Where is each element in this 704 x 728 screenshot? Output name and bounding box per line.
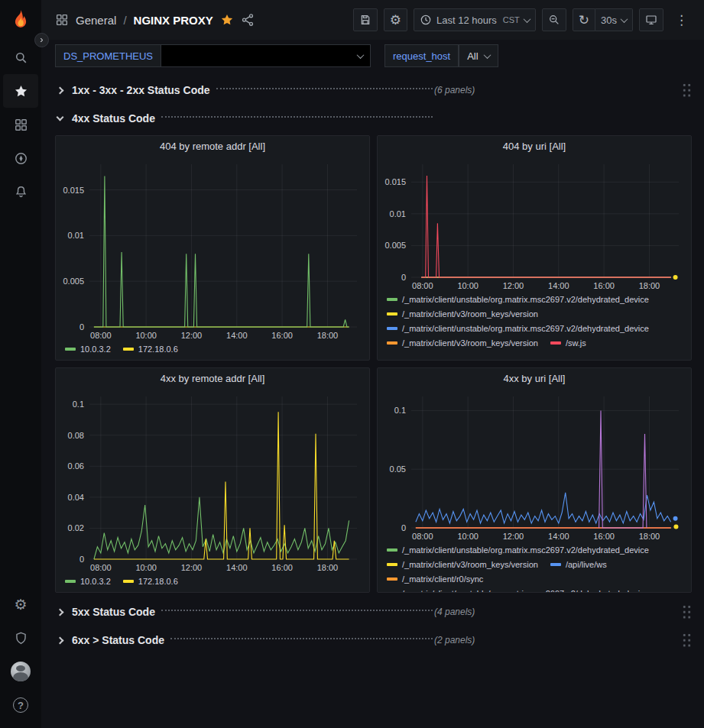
- svg-text:0.005: 0.005: [63, 277, 84, 286]
- svg-text:0.1: 0.1: [394, 406, 406, 415]
- tv-mode-button[interactable]: [639, 8, 663, 31]
- panel-title[interactable]: 4xx by uri [All]: [378, 368, 691, 390]
- legend-item[interactable]: 10.0.3.2: [65, 343, 111, 355]
- chevron-right-icon: ›: [40, 34, 43, 44]
- dotted-leader: [161, 610, 433, 611]
- panel-404-by-remote-addr: 404 by remote addr [All] 08:0010:0012:00…: [55, 135, 370, 361]
- datasource-variable-label[interactable]: DS_PROMETHEUS: [55, 44, 161, 67]
- refresh-button[interactable]: ↻: [573, 8, 595, 31]
- time-series-chart[interactable]: 08:0010:0012:0014:0016:0018:0000.0050.01…: [378, 157, 691, 292]
- sidebar-item-help[interactable]: ?: [3, 688, 38, 722]
- legend-item[interactable]: /sw.js: [550, 337, 586, 349]
- breadcrumb-section[interactable]: General: [76, 14, 116, 27]
- sidebar-item-dashboards[interactable]: [3, 108, 38, 141]
- save-dashboard-button[interactable]: [353, 8, 378, 31]
- time-range-picker[interactable]: Last 12 hours CST: [414, 8, 536, 31]
- legend-item[interactable]: 172.18.0.6: [123, 575, 178, 587]
- panel-title[interactable]: 404 by remote addr [All]: [56, 136, 369, 157]
- favorite-star-icon[interactable]: [220, 13, 234, 27]
- legend-label: /_matrix/client/r0/sync: [402, 573, 483, 585]
- clock-icon: [420, 14, 432, 26]
- legend-item[interactable]: /_matrix/client/unstable/org.matrix.msc2…: [387, 544, 649, 556]
- row-1xx-3xx-2xx-status-code[interactable]: 1xx - 3xx - 2xx Status Code (6 panels): [55, 79, 692, 102]
- sidebar-item-explore[interactable]: [3, 141, 38, 175]
- grafana-logo[interactable]: [6, 5, 35, 34]
- chevron-down-icon: [57, 114, 64, 121]
- legend-item[interactable]: /_matrix/client/unstable/org.matrix.msc2…: [387, 587, 649, 593]
- svg-text:14:00: 14:00: [226, 331, 248, 340]
- sidebar-item-configuration[interactable]: ⚙: [3, 587, 38, 621]
- sidebar-item-starred[interactable]: [3, 74, 38, 108]
- panel-4xx-by-remote-addr: 4xx by remote addr [All] 08:0010:0012:00…: [55, 367, 370, 593]
- legend-item[interactable]: /_matrix/client/v3/room_keys/version: [387, 337, 538, 349]
- legend-label: /_matrix/client/v3/room_keys/version: [402, 308, 538, 320]
- legend-item[interactable]: /_matrix/client/v3/room_keys/version: [387, 308, 538, 320]
- legend-item[interactable]: 10.0.3.2: [65, 575, 111, 587]
- legend-label: /_matrix/client/v3/room_keys/version: [402, 558, 538, 571]
- panel-title[interactable]: 404 by uri [All]: [378, 136, 691, 157]
- svg-text:10:00: 10:00: [135, 563, 157, 572]
- gear-icon: ⚙: [390, 14, 401, 27]
- svg-text:16:00: 16:00: [593, 532, 615, 541]
- sidebar-item-alerting[interactable]: [3, 175, 38, 209]
- row-5xx-status-code[interactable]: 5xx Status Code (4 panels): [55, 600, 692, 623]
- legend-item[interactable]: /_matrix/client/v3/room_keys/version: [387, 558, 538, 571]
- row-drag-handle[interactable]: [682, 83, 692, 98]
- shield-icon: [14, 631, 28, 645]
- request-host-variable-label[interactable]: request_host: [384, 44, 459, 67]
- svg-text:10:00: 10:00: [457, 281, 479, 290]
- svg-text:0: 0: [401, 273, 406, 282]
- request-host-variable-value[interactable]: All: [459, 44, 498, 67]
- row-left: 5xx Status Code: [55, 606, 434, 618]
- row-4xx-status-code[interactable]: 4xx Status Code: [55, 107, 692, 130]
- chart-legend: /_matrix/client/unstable/org.matrix.msc2…: [378, 292, 691, 351]
- row-title: 1xx - 3xx - 2xx Status Code: [72, 84, 210, 96]
- sidebar-expand-toggle[interactable]: ›: [34, 33, 49, 47]
- svg-text:14:00: 14:00: [548, 532, 569, 541]
- more-options-button[interactable]: ⋮: [670, 8, 693, 31]
- legend-label: 172.18.0.6: [138, 343, 178, 355]
- legend-label: /_matrix/client/unstable/org.matrix.msc2…: [402, 293, 649, 306]
- share-icon[interactable]: [241, 13, 255, 27]
- svg-text:0.06: 0.06: [68, 461, 84, 471]
- dotted-leader: [216, 88, 433, 89]
- zoom-out-button[interactable]: [542, 8, 566, 31]
- svg-text:12:00: 12:00: [503, 281, 524, 290]
- chart-legend: 10.0.3.2172.18.0.6: [56, 574, 369, 589]
- row-6xx-status-code[interactable]: 6xx > Status Code (2 panels): [55, 629, 692, 652]
- svg-text:0: 0: [401, 523, 406, 532]
- row-drag-handle[interactable]: [682, 633, 692, 648]
- row-drag-handle[interactable]: [682, 604, 692, 620]
- sidebar-item-server-admin[interactable]: [3, 621, 38, 655]
- monitor-icon: [645, 14, 657, 26]
- legend-item[interactable]: 172.18.0.6: [123, 343, 178, 355]
- legend-label: /_matrix/client/v3/room_keys/version: [402, 337, 538, 349]
- chevron-down-icon: [621, 15, 628, 23]
- sidebar-item-profile[interactable]: [3, 655, 38, 688]
- apps-grid-icon[interactable]: [55, 13, 69, 27]
- header-toolbar: ⚙ Last 12 hours CST ↻ 30s: [353, 8, 693, 31]
- variables-submenu: DS_PROMETHEUS request_host All: [41, 40, 704, 73]
- save-icon: [359, 14, 371, 26]
- time-series-chart[interactable]: 08:0010:0012:0014:0016:0018:0000.050.1: [378, 390, 691, 542]
- dashboard-settings-button[interactable]: ⚙: [384, 8, 407, 31]
- refresh-interval-label: 30s: [601, 15, 617, 26]
- sidebar-item-search[interactable]: [3, 40, 38, 74]
- chevron-down-icon: [357, 51, 365, 59]
- time-series-chart[interactable]: 08:0010:0012:0014:0016:0018:0000.020.040…: [56, 390, 369, 574]
- panel-title[interactable]: 4xx by remote addr [All]: [56, 368, 369, 390]
- dashboard-title[interactable]: NGINX PROXY: [134, 14, 213, 27]
- row-panel-count: (2 panels): [434, 635, 475, 645]
- legend-item[interactable]: /_matrix/client/unstable/org.matrix.msc2…: [387, 293, 649, 306]
- legend-item[interactable]: /_matrix/client/r0/sync: [387, 573, 483, 585]
- legend-swatch: [65, 580, 76, 583]
- refresh-interval-dropdown[interactable]: 30s: [595, 8, 633, 31]
- legend-label: /_matrix/client/unstable/org.matrix.msc2…: [402, 322, 649, 335]
- datasource-variable-value[interactable]: [161, 44, 371, 67]
- time-series-chart[interactable]: 08:0010:0012:0014:0016:0018:0000.0050.01…: [56, 157, 369, 341]
- row-title: 6xx > Status Code: [72, 634, 164, 646]
- svg-text:0.02: 0.02: [68, 523, 84, 532]
- legend-item[interactable]: /api/live/ws: [550, 558, 607, 571]
- legend-item[interactable]: /_matrix/client/unstable/org.matrix.msc2…: [387, 322, 649, 335]
- star-icon: [14, 84, 28, 99]
